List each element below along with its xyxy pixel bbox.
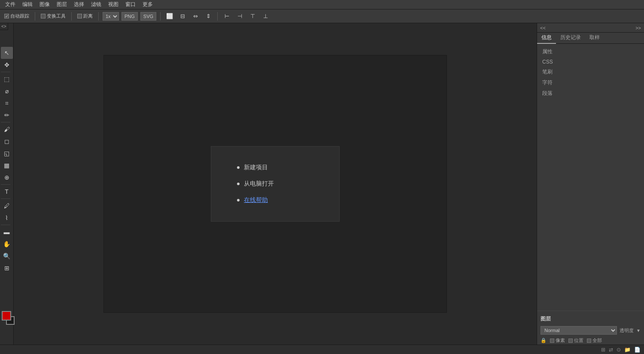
gradient-tool-button[interactable]: ▦ xyxy=(1,159,13,171)
menu-bar: 文件编辑图像图层选择滤镜视图窗口更多 xyxy=(0,0,644,9)
menu-item-滤镜[interactable]: 滤镜 xyxy=(88,0,105,9)
toolbar-distance[interactable]: 距离 xyxy=(76,12,94,20)
eyedropper-tool-button[interactable]: ✏ xyxy=(1,109,13,121)
selection-tool-button[interactable]: ↖ xyxy=(1,47,13,59)
tool-sep-13 xyxy=(1,225,10,225)
toolbar-sep-2 xyxy=(71,12,72,21)
panel-section-CSS[interactable]: CSS xyxy=(537,57,644,67)
format-png-button[interactable]: PNG xyxy=(122,12,138,21)
distribute-button[interactable]: ⊥ xyxy=(260,12,270,21)
status-grid-icon[interactable]: ⊞ xyxy=(601,347,605,353)
move-tool-button[interactable]: ✥ xyxy=(1,59,13,71)
hand-tool-button[interactable]: ✋ xyxy=(1,238,13,250)
toolbar-sep-1 xyxy=(35,12,35,21)
opacity-label: 透明度 xyxy=(620,327,634,334)
start-item-0[interactable]: 新建项目 xyxy=(237,164,313,171)
toolbar-sep-3 xyxy=(98,12,99,21)
panel-tab-取样[interactable]: 取样 xyxy=(585,32,604,44)
tools-panel: <> ↖✥⬚⌀⌗✏🖌◻◱▦⊕T🖊⌇▬✋🔍⊞ xyxy=(0,23,14,345)
toolbar-sep-5 xyxy=(217,12,218,21)
toolbar: 自动跟踪 变换工具 距离 1x2x3x4x PNG SVG ⬜ ⊟ ⇔ ⇕ ⊢ … xyxy=(0,9,644,23)
marquee-tool-button[interactable]: ⬚ xyxy=(1,73,13,85)
panel-section-字符[interactable]: 字符 xyxy=(537,77,644,88)
menu-item-视图[interactable]: 视图 xyxy=(105,0,122,9)
tool-sep-11 xyxy=(1,198,10,199)
panel-section-笔刷[interactable]: 笔刷 xyxy=(537,67,644,77)
lasso-tool-button[interactable]: ⌀ xyxy=(1,85,13,97)
layers-controls: NormalMultiplyScreenOverlayDarkenLighten… xyxy=(537,324,644,336)
lock-options-list: 像素位置全部 xyxy=(550,337,602,344)
zoom-tool-button[interactable]: 🔍 xyxy=(1,250,13,262)
crop-tool-button[interactable]: ⌗ xyxy=(1,97,13,109)
text-tool-button[interactable]: T xyxy=(1,186,13,198)
toolbar-sep-4 xyxy=(160,12,161,21)
canvas-start-panel: 新建项目从电脑打开在线帮助 xyxy=(211,146,340,222)
blend-mode-select[interactable]: NormalMultiplyScreenOverlayDarkenLighten xyxy=(541,326,617,335)
export-button[interactable]: ⬜ xyxy=(164,12,175,21)
brush-tool-button[interactable]: 🖌 xyxy=(1,123,13,135)
status-swap-icon[interactable]: ⇄ xyxy=(609,347,613,353)
start-items-list: 新建项目从电脑打开在线帮助 xyxy=(237,164,313,204)
action-tool-button[interactable]: ⊞ xyxy=(1,262,13,274)
canvas-area[interactable]: 新建项目从电脑打开在线帮助 xyxy=(14,23,537,345)
menu-item-窗口[interactable]: 窗口 xyxy=(122,0,139,9)
warp-tool-button[interactable]: ⌇ xyxy=(1,212,13,224)
menu-item-图层[interactable]: 图层 xyxy=(53,0,70,9)
auto-trace-checkbox[interactable] xyxy=(4,14,9,18)
align-center-button[interactable]: ⊣ xyxy=(234,12,245,21)
lock-icon: 🔒 xyxy=(541,338,547,343)
tool-sep-10 xyxy=(1,184,10,185)
toolbar-auto-trace[interactable]: 自动跟踪 xyxy=(3,12,31,20)
heal-tool-button[interactable]: ⊕ xyxy=(1,171,13,183)
lock-option-位置[interactable]: 位置 xyxy=(568,337,583,344)
right-panel-top-bar: << >> xyxy=(537,23,644,33)
foreground-color-swatch[interactable] xyxy=(2,311,11,320)
lock-checkbox-全部[interactable] xyxy=(587,339,591,343)
left-panel-collapse[interactable]: <> xyxy=(0,23,8,30)
clone-tool-button[interactable]: ◱ xyxy=(1,147,13,159)
panel-tab-信息[interactable]: 信息 xyxy=(537,32,556,44)
layers-section: 图层 NormalMultiplyScreenOverlayDarkenLigh… xyxy=(537,311,644,345)
eraser-tool-button[interactable]: ◻ xyxy=(1,135,13,147)
right-panel-collapse-right[interactable]: >> xyxy=(634,25,642,31)
tools-list: ↖✥⬚⌀⌗✏🖌◻◱▦⊕T🖊⌇▬✋🔍⊞ xyxy=(1,47,13,274)
start-item-bullet-2 xyxy=(237,199,240,201)
distance-label: 距离 xyxy=(83,13,93,19)
opacity-arrow: ▼ xyxy=(636,328,641,333)
scale-select[interactable]: 1x2x3x4x xyxy=(103,12,119,21)
align-left-button[interactable]: ⊢ xyxy=(222,12,232,21)
transform-checkbox[interactable] xyxy=(41,14,46,18)
menu-item-选择[interactable]: 选择 xyxy=(70,0,88,9)
menu-item-文件[interactable]: 文件 xyxy=(2,0,19,9)
start-item-label-1: 从电脑打开 xyxy=(244,180,274,188)
lock-checkbox-位置[interactable] xyxy=(568,339,573,343)
status-folder-icon[interactable]: 📁 xyxy=(624,347,631,353)
lock-checkbox-像素[interactable] xyxy=(550,339,554,343)
panel-section-属性[interactable]: 属性 xyxy=(537,46,644,57)
status-file-icon[interactable]: 📄 xyxy=(634,347,641,353)
lock-option-全部[interactable]: 全部 xyxy=(587,337,602,344)
start-item-label-0: 新建项目 xyxy=(244,164,268,171)
start-item-1[interactable]: 从电脑打开 xyxy=(237,180,313,188)
right-panel-collapse-left[interactable]: << xyxy=(539,25,547,31)
align-right-button[interactable]: ⊤ xyxy=(247,12,258,21)
shape-tool-button[interactable]: ▬ xyxy=(1,226,13,238)
panel-section-段落[interactable]: 段落 xyxy=(537,88,644,99)
menu-item-更多[interactable]: 更多 xyxy=(139,0,156,9)
pen-tool-button[interactable]: 🖊 xyxy=(1,200,13,212)
menu-item-图像[interactable]: 图像 xyxy=(36,0,53,9)
start-item-label-2: 在线帮助 xyxy=(244,196,268,204)
start-item-2[interactable]: 在线帮助 xyxy=(237,196,313,204)
toolbar-transform[interactable]: 变换工具 xyxy=(39,12,67,20)
canvas-workspace[interactable]: 新建项目从电脑打开在线帮助 xyxy=(103,55,447,313)
lock-option-像素[interactable]: 像素 xyxy=(550,337,565,344)
panel-tab-历史记录[interactable]: 历史记录 xyxy=(556,32,585,44)
format-svg-button[interactable]: SVG xyxy=(140,12,156,21)
flip-h-button[interactable]: ⇔ xyxy=(190,12,200,21)
menu-item-编辑[interactable]: 编辑 xyxy=(19,0,36,9)
slice-button[interactable]: ⊟ xyxy=(177,12,188,21)
lock-label-全部: 全部 xyxy=(592,337,602,344)
flip-v-button[interactable]: ⇕ xyxy=(203,12,213,21)
distance-checkbox[interactable] xyxy=(77,14,82,18)
status-target-icon[interactable]: ⊙ xyxy=(617,347,621,353)
